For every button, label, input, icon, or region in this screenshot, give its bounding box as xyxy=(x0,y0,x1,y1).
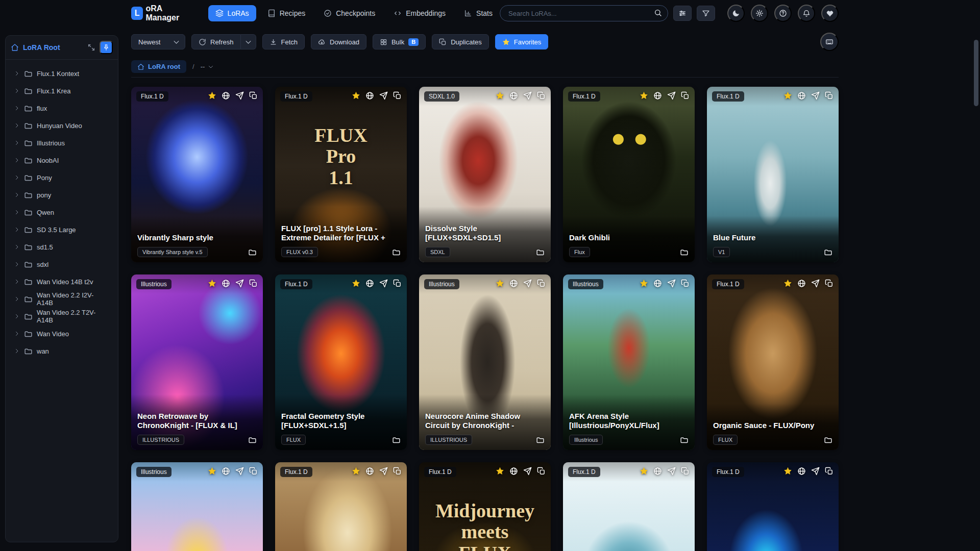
lora-card[interactable]: Flux.1 D Fractal Geometry Style [FLUX+SD… xyxy=(275,274,407,450)
send-icon[interactable] xyxy=(811,279,820,288)
copy-icon[interactable] xyxy=(393,91,402,100)
copy-icon[interactable] xyxy=(825,91,834,100)
send-icon[interactable] xyxy=(235,279,244,288)
sidebar-folder-item[interactable]: Pony xyxy=(9,169,115,186)
sidebar-folder-item[interactable]: sd1.5 xyxy=(9,238,115,256)
globe-icon[interactable] xyxy=(797,279,806,288)
favorite-star-icon[interactable] xyxy=(208,279,216,288)
nav-tab-loras[interactable]: LoRAs xyxy=(208,5,256,21)
copy-icon[interactable] xyxy=(249,279,258,288)
refresh-menu-button[interactable] xyxy=(241,34,256,49)
globe-icon[interactable] xyxy=(222,91,230,100)
sidebar-folder-item[interactable]: wan xyxy=(9,342,115,360)
sidebar-folder-item[interactable]: Wan Video xyxy=(9,325,115,342)
copy-icon[interactable] xyxy=(825,467,834,475)
copy-icon[interactable] xyxy=(681,91,690,100)
globe-icon[interactable] xyxy=(365,91,374,100)
sidebar-folder-item[interactable]: SD 3.5 Large xyxy=(9,221,115,238)
folder-icon[interactable] xyxy=(824,248,832,257)
folder-icon[interactable] xyxy=(680,248,689,257)
copy-icon[interactable] xyxy=(393,279,402,288)
download-button[interactable]: Download xyxy=(311,34,366,49)
favorite-star-icon[interactable] xyxy=(640,467,648,475)
send-icon[interactable] xyxy=(667,467,676,475)
lora-card[interactable]: Illustrious Neurocore Anime Shadow Circu… xyxy=(419,274,551,450)
notifications-button[interactable] xyxy=(798,5,815,22)
nav-tab-recipes[interactable]: Recipes xyxy=(260,5,313,21)
favorites-heart-button[interactable] xyxy=(821,5,839,22)
globe-icon[interactable] xyxy=(653,279,662,288)
nav-tab-checkpoints[interactable]: Checkpoints xyxy=(316,5,382,21)
favorite-star-icon[interactable] xyxy=(496,91,504,100)
globe-icon[interactable] xyxy=(653,467,662,475)
sidebar-folder-item[interactable]: Wan Video 2.2 I2V-A14B xyxy=(9,290,115,308)
favorite-star-icon[interactable] xyxy=(496,467,504,475)
pin-sidebar-button[interactable] xyxy=(100,41,113,54)
favorite-star-icon[interactable] xyxy=(783,91,792,100)
folder-icon[interactable] xyxy=(824,436,832,444)
sort-select[interactable]: Newest xyxy=(131,34,185,49)
sidebar-folder-item[interactable]: Qwen xyxy=(9,204,115,221)
send-icon[interactable] xyxy=(523,91,532,100)
sidebar-folder-item[interactable]: NoobAI xyxy=(9,152,115,169)
favorite-star-icon[interactable] xyxy=(352,279,360,288)
globe-icon[interactable] xyxy=(797,91,806,100)
globe-icon[interactable] xyxy=(653,91,662,100)
folder-icon[interactable] xyxy=(536,248,545,257)
lora-card[interactable]: Flux.1 D FLUX Pro 1.1 FLUX [pro] 1.1 Sty… xyxy=(275,87,407,262)
globe-icon[interactable] xyxy=(365,279,374,288)
lora-card[interactable]: Flux.1 D xyxy=(707,462,839,551)
lora-card[interactable]: Illustrious xyxy=(131,462,263,551)
favorite-star-icon[interactable] xyxy=(640,91,648,100)
favorite-star-icon[interactable] xyxy=(208,467,216,475)
favorite-star-icon[interactable] xyxy=(640,279,648,288)
globe-icon[interactable] xyxy=(509,467,518,475)
send-icon[interactable] xyxy=(811,91,820,100)
fetch-button[interactable]: Fetch xyxy=(262,34,305,49)
filter-funnel-button[interactable] xyxy=(697,6,715,21)
sidebar-folder-item[interactable]: sdxl xyxy=(9,256,115,273)
send-icon[interactable] xyxy=(379,91,388,100)
sidebar-folder-item[interactable]: flux xyxy=(9,99,115,117)
lora-card[interactable]: Illustrious AFK Arena Style [Illustrious… xyxy=(563,274,695,450)
globe-icon[interactable] xyxy=(365,467,374,475)
expand-all-icon[interactable] xyxy=(87,43,95,52)
lora-card[interactable]: Flux.1 D Organic Sauce - FLUX/Pony FLUX xyxy=(707,274,839,450)
globe-icon[interactable] xyxy=(797,467,806,475)
copy-icon[interactable] xyxy=(825,279,834,288)
sidebar-folder-item[interactable]: Wan Video 2.2 T2V-A14B xyxy=(9,308,115,325)
favorites-filter-button[interactable]: Favorites xyxy=(495,34,548,49)
send-icon[interactable] xyxy=(667,279,676,288)
sidebar-folder-item[interactable]: Flux.1 Krea xyxy=(9,82,115,99)
folder-icon[interactable] xyxy=(248,436,257,444)
send-icon[interactable] xyxy=(235,91,244,100)
refresh-button[interactable]: Refresh xyxy=(191,34,241,49)
search-input[interactable] xyxy=(500,5,668,21)
lora-card[interactable]: Flux.1 D xyxy=(275,462,407,551)
folder-icon[interactable] xyxy=(536,436,545,444)
sidebar-root-link[interactable]: LoRA Root xyxy=(23,43,83,52)
nav-tab-embeddings[interactable]: Embeddings xyxy=(386,5,453,21)
folder-icon[interactable] xyxy=(680,436,689,444)
sidebar-folder-item[interactable]: Hunyuan Video xyxy=(9,117,115,134)
favorite-star-icon[interactable] xyxy=(496,279,504,288)
lora-card[interactable]: SDXL 1.0 Dissolve Style [FLUX+SDXL+SD1.5… xyxy=(419,87,551,262)
lora-card[interactable]: Flux.1 D Vibrantly Sharp style Vibrantly… xyxy=(131,87,263,262)
send-icon[interactable] xyxy=(667,91,676,100)
copy-icon[interactable] xyxy=(249,467,258,475)
breadcrumb-current[interactable]: -- xyxy=(201,63,214,70)
copy-icon[interactable] xyxy=(393,467,402,475)
send-icon[interactable] xyxy=(235,467,244,475)
sidebar-folder-item[interactable]: pony xyxy=(9,186,115,204)
favorite-star-icon[interactable] xyxy=(352,467,360,475)
lora-card[interactable]: Illustrious Neon Retrowave by ChronoKnig… xyxy=(131,274,263,450)
send-icon[interactable] xyxy=(811,467,820,475)
favorite-star-icon[interactable] xyxy=(208,91,216,100)
copy-icon[interactable] xyxy=(537,279,546,288)
duplicates-button[interactable]: Duplicates xyxy=(432,34,489,49)
bulk-button[interactable]: Bulk B xyxy=(373,34,426,49)
sidebar-folder-item[interactable]: Wan Video 14B t2v xyxy=(9,273,115,290)
lora-card[interactable]: Flux.1 D Dark Ghibli Flux xyxy=(563,87,695,262)
send-icon[interactable] xyxy=(379,467,388,475)
keyboard-shortcuts-button[interactable] xyxy=(820,33,839,51)
